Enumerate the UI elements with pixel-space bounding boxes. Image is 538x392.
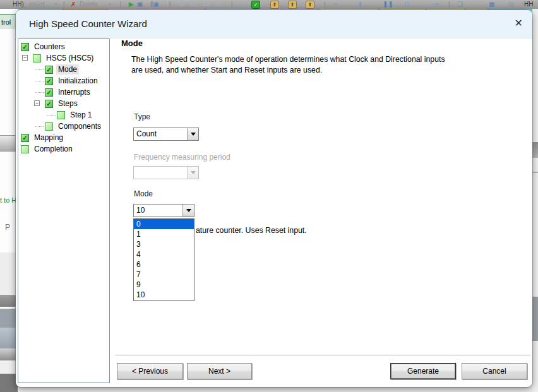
insert-label[interactable]: Insert — [29, 0, 45, 8]
background-link-text: t to H — [0, 196, 16, 204]
next-button[interactable]: Next > — [187, 363, 252, 379]
page-icon[interactable]: ▤ — [508, 0, 513, 8]
window-icon[interactable]: ▭ — [216, 0, 222, 8]
mode-option-3[interactable]: 3 — [134, 239, 194, 249]
splitter[interactable] — [0, 135, 18, 151]
chevron-down-icon[interactable] — [182, 205, 194, 217]
mode-option-7[interactable]: 7 — [134, 270, 194, 280]
type-label: Type — [134, 112, 150, 121]
frequency-period-label: Frequency measuring period — [134, 153, 230, 162]
frequency-dropdown-value — [134, 167, 187, 179]
background-band — [532, 172, 538, 173]
arrow-right-icon[interactable]: ⇨ — [333, 0, 338, 8]
hsc-wizard-dialog: High Speed Counter Wizard ✕ ✓Counters−HS… — [16, 10, 532, 387]
run-icon[interactable]: ▶ — [129, 0, 134, 8]
mode-description-text: ature counter. Uses Reset input. — [196, 226, 307, 235]
chevron-down-icon — [187, 167, 198, 179]
toolbar-divider: | — [324, 0, 326, 8]
wizard-content: Mode The High Speed Counter's mode of op… — [16, 10, 532, 387]
page-description-line1: The High Speed Counter's mode of operati… — [131, 55, 445, 64]
background-p-text: P — [5, 223, 10, 232]
background-right-panel — [532, 9, 538, 392]
step-into-icon[interactable]: ⇥ — [433, 0, 438, 8]
frequency-period-dropdown — [133, 166, 199, 179]
grid-icon[interactable]: ▦ — [489, 0, 494, 8]
background-band — [0, 348, 18, 360]
toolbar-divider: | — [63, 0, 65, 8]
background-left-panel: trol t to H P — [0, 9, 18, 392]
type-dropdown-value: Count — [134, 128, 187, 140]
mode-option-4[interactable]: 4 — [134, 249, 194, 259]
hh-right[interactable]: HH — [524, 0, 533, 8]
background-band — [532, 297, 538, 341]
toolbar-divider: | — [120, 0, 122, 8]
delete-label[interactable]: Delete — [80, 0, 98, 8]
toolbar-divider: | — [448, 0, 450, 8]
hk-monogram[interactable]: HH) — [13, 0, 24, 8]
window-icon[interactable]: ▭ — [191, 0, 196, 8]
background-band — [0, 309, 18, 328]
chevron-down-icon[interactable] — [187, 128, 198, 140]
background-band — [0, 374, 18, 392]
mode-option-9[interactable]: 9 — [134, 280, 194, 290]
upload-icon[interactable]: ⬆ — [288, 1, 297, 9]
compile-check-icon[interactable]: ✓ — [251, 1, 260, 9]
insert-caret-icon[interactable]: ▾ — [54, 0, 57, 8]
delete-x-icon[interactable]: ✗ — [71, 0, 76, 8]
background-band — [0, 295, 18, 307]
type-dropdown[interactable]: Count — [133, 128, 199, 141]
arrow-down-icon[interactable]: ⬇ — [357, 0, 362, 8]
delete-caret-icon[interactable]: ▾ — [109, 0, 112, 8]
background-band — [0, 252, 18, 295]
mode-option-10[interactable]: 10 — [134, 290, 194, 300]
callout-icon[interactable]: ❏ — [457, 0, 463, 8]
main-toolbar: HH)Insert▾|✗Delete▾|▶▣‖▣|▭▭▭▭|✓⬆⬆⬆|⇨⬇❚❚⟨… — [0, 0, 538, 9]
mode-options-list: 013467910 — [133, 218, 194, 301]
page-description-line2: are used, and whether Start and Reset in… — [131, 66, 322, 74]
separator — [116, 355, 530, 356]
mode-dropdown-value: 10 — [134, 205, 182, 217]
block-icon[interactable]: ▣ — [137, 0, 143, 8]
upload-icon[interactable]: ⬆ — [306, 1, 314, 9]
window-icon[interactable]: ▭ — [178, 0, 184, 8]
mode-option-1[interactable]: 1 — [134, 229, 194, 239]
window-icon[interactable]: ▭ — [203, 0, 209, 8]
toolbar-divider: | — [231, 0, 233, 8]
mode-option-6[interactable]: 6 — [134, 259, 194, 270]
previous-button[interactable]: < Previous — [117, 363, 183, 379]
page-heading: Mode — [121, 39, 143, 48]
toolbar-divider: | — [169, 0, 171, 8]
generate-button[interactable]: Generate — [390, 363, 456, 379]
mode-option-0[interactable]: 0 — [134, 219, 194, 229]
mode-label: Mode — [134, 189, 153, 198]
upload-icon[interactable]: ⬆ — [270, 1, 279, 9]
cancel-button[interactable]: Cancel — [462, 363, 527, 379]
block-pair-icon[interactable]: ‖▣ — [150, 0, 159, 8]
background-band — [0, 360, 18, 374]
pause-icon[interactable]: ❚❚ — [383, 0, 393, 8]
background-band — [532, 142, 538, 158]
background-tab[interactable]: trol — [0, 14, 18, 29]
mode-dropdown[interactable]: 10 — [133, 204, 194, 217]
brackets-icon[interactable]: ⟨⟩ — [404, 0, 409, 8]
background-band — [0, 328, 18, 348]
